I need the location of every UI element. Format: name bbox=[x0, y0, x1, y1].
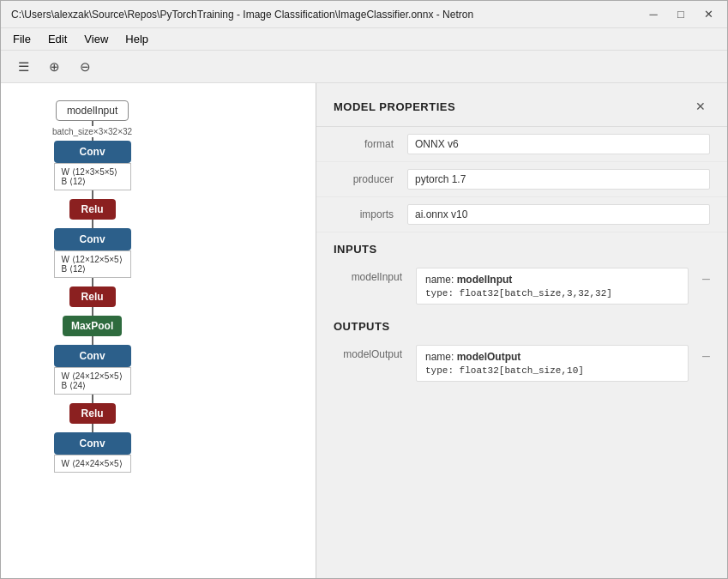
connector-1 bbox=[92, 121, 93, 126]
window-close-button[interactable]: ✕ bbox=[696, 5, 720, 24]
node-conv4[interactable]: Conv W ⟨24×24×5×5⟩ bbox=[54, 432, 131, 473]
relu3-node: Relu bbox=[69, 403, 116, 424]
minimize-button[interactable]: ─ bbox=[641, 5, 665, 24]
node-relu2[interactable]: Relu bbox=[69, 286, 116, 307]
node-conv1[interactable]: Conv W ⟨12×3×5×5⟩ B ⟨12⟩ bbox=[54, 141, 131, 190]
outputs-section-header: OUTPUTS bbox=[316, 310, 727, 340]
maxpool-node: MaxPool bbox=[63, 316, 122, 336]
menu-bar: File Edit View Help bbox=[1, 28, 727, 51]
input-dash: – bbox=[702, 268, 710, 286]
inputs-section-header: INPUTS bbox=[316, 232, 727, 262]
graph-area[interactable]: modelInput batch_size×3×32×32 Conv W ⟨12… bbox=[1, 83, 316, 579]
relu2-node: Relu bbox=[69, 286, 116, 307]
connector-5 bbox=[92, 278, 93, 286]
zoom-in-button[interactable]: ⊕ bbox=[40, 55, 68, 79]
connector-7 bbox=[92, 336, 93, 345]
input-modelInput-label: modelInput bbox=[334, 268, 402, 283]
conv3-details: W ⟨24×12×5×5⟩ B ⟨24⟩ bbox=[54, 367, 131, 395]
imports-value: ai.onnx v10 bbox=[407, 204, 710, 225]
conv4-details: W ⟨24×24×5×5⟩ bbox=[54, 455, 131, 473]
node-modelInput[interactable]: modelInput bbox=[56, 100, 129, 121]
connector-9 bbox=[92, 424, 93, 432]
output-name-bold: modelOutput bbox=[457, 351, 521, 363]
format-label: format bbox=[334, 138, 394, 150]
conv3-header: Conv bbox=[54, 345, 131, 367]
conv1-w: W ⟨12×3×5×5⟩ bbox=[62, 167, 123, 177]
output-modelOutput-value: name: modelOutput type: float32[batch_si… bbox=[416, 345, 689, 382]
conv2-w: W ⟨12×12×5×5⟩ bbox=[62, 255, 123, 264]
node-relu1[interactable]: Relu bbox=[69, 199, 116, 220]
output-modelOutput-label: modelOutput bbox=[334, 345, 402, 360]
menu-edit[interactable]: Edit bbox=[39, 31, 75, 47]
toolbar: ☰ ⊕ ⊖ bbox=[1, 51, 727, 83]
conv3-b: B ⟨24⟩ bbox=[62, 381, 123, 390]
title-bar: C:\Users\alexzak\Source\Repos\PyTorchTra… bbox=[1, 1, 727, 28]
conv1-b: B ⟨12⟩ bbox=[62, 177, 123, 186]
conv1-details: W ⟨12×3×5×5⟩ B ⟨12⟩ bbox=[54, 163, 131, 190]
input-modelInput-row: modelInput name: modelInput type: float3… bbox=[316, 262, 727, 310]
output-dash: – bbox=[702, 345, 710, 364]
main-area: modelInput batch_size×3×32×32 Conv W ⟨12… bbox=[1, 83, 727, 579]
conv2-b: B ⟨12⟩ bbox=[62, 264, 123, 274]
maximize-button[interactable]: □ bbox=[669, 5, 693, 24]
conv4-w: W ⟨24×24×5×5⟩ bbox=[62, 459, 123, 468]
relu1-node: Relu bbox=[69, 199, 116, 220]
format-row: format ONNX v6 bbox=[316, 127, 727, 162]
conv1-header: Conv bbox=[54, 141, 131, 163]
conv3-w: W ⟨24×12×5×5⟩ bbox=[62, 371, 123, 381]
connector-3 bbox=[92, 190, 93, 199]
properties-header: MODEL PROPERTIES ✕ bbox=[316, 83, 727, 127]
imports-label: imports bbox=[334, 208, 394, 220]
properties-close-button[interactable]: ✕ bbox=[691, 97, 710, 116]
format-value: ONNX v6 bbox=[407, 134, 710, 154]
imports-row: imports ai.onnx v10 bbox=[316, 197, 727, 232]
connector-6 bbox=[92, 307, 93, 316]
connector-4 bbox=[92, 220, 93, 228]
menu-file[interactable]: File bbox=[4, 31, 39, 47]
input-type-line: type: float32[batch_size,3,32,32] bbox=[425, 288, 679, 299]
conv2-header: Conv bbox=[54, 228, 131, 250]
zoom-out-button[interactable]: ⊖ bbox=[71, 55, 99, 79]
conv2-details: W ⟨12×12×5×5⟩ B ⟨12⟩ bbox=[54, 250, 131, 278]
neural-network-graph: modelInput batch_size×3×32×32 Conv W ⟨12… bbox=[52, 100, 132, 473]
producer-row: producer pytorch 1.7 bbox=[316, 162, 727, 197]
input-modelInput-value: name: modelInput type: float32[batch_siz… bbox=[416, 268, 689, 305]
edge-label-1: batch_size×3×32×32 bbox=[52, 127, 132, 136]
properties-panel: MODEL PROPERTIES ✕ format ONNX v6 produc… bbox=[316, 83, 727, 579]
producer-label: producer bbox=[334, 173, 394, 185]
producer-value: pytorch 1.7 bbox=[407, 169, 710, 190]
connector-8 bbox=[92, 395, 93, 403]
output-modelOutput-row: modelOutput name: modelOutput type: floa… bbox=[316, 340, 727, 387]
input-node: modelInput bbox=[56, 100, 129, 121]
node-conv2[interactable]: Conv W ⟨12×12×5×5⟩ B ⟨12⟩ bbox=[54, 228, 131, 278]
node-maxpool[interactable]: MaxPool bbox=[63, 316, 122, 336]
sidebar-toggle-button[interactable]: ☰ bbox=[9, 55, 37, 79]
conv4-header: Conv bbox=[54, 432, 131, 455]
output-type-line: type: float32[batch_size,10] bbox=[425, 365, 679, 376]
menu-view[interactable]: View bbox=[75, 31, 117, 47]
properties-title: MODEL PROPERTIES bbox=[334, 100, 455, 113]
input-name-bold: modelInput bbox=[457, 274, 513, 286]
window-controls: ─ □ ✕ bbox=[641, 5, 720, 24]
node-relu3[interactable]: Relu bbox=[69, 403, 116, 424]
menu-help[interactable]: Help bbox=[117, 31, 157, 47]
input-name-line: name: modelInput bbox=[425, 274, 679, 286]
window-title: C:\Users\alexzak\Source\Repos\PyTorchTra… bbox=[8, 9, 641, 21]
output-name-line: name: modelOutput bbox=[425, 351, 679, 363]
node-conv3[interactable]: Conv W ⟨24×12×5×5⟩ B ⟨24⟩ bbox=[54, 345, 131, 395]
